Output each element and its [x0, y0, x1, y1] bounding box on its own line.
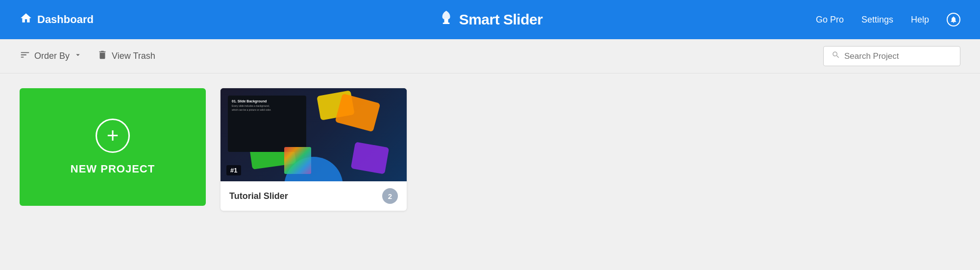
chevron-down-icon — [74, 50, 82, 62]
help-link[interactable]: Help — [911, 15, 929, 25]
go-pro-link[interactable]: Go Pro — [816, 15, 844, 25]
search-box[interactable] — [823, 46, 960, 66]
dashboard-label: Dashboard — [37, 13, 94, 26]
svg-rect-1 — [443, 23, 450, 24]
new-project-label: NEW PROJECT — [71, 163, 155, 175]
order-by-label: Order By — [34, 51, 70, 61]
thumb-inner: 01. Slide Background Every slide include… — [220, 88, 407, 181]
new-project-circle: + — [96, 119, 130, 153]
slider-count: 2 — [382, 188, 398, 204]
plus-icon: + — [107, 125, 119, 146]
slider-name: Tutorial Slider — [229, 191, 288, 201]
app-header: Dashboard Smart Slider Go Pro Settings H… — [0, 0, 980, 39]
thumb-shape-purple — [351, 142, 389, 174]
slider-thumbnail: 01. Slide Background Every slide include… — [220, 88, 407, 181]
view-trash-button[interactable]: View Trash — [97, 49, 155, 63]
app-logo: Smart Slider — [438, 9, 543, 30]
dashboard-nav[interactable]: Dashboard — [20, 12, 94, 27]
search-input[interactable] — [844, 51, 952, 61]
order-by-icon — [20, 49, 30, 63]
slide-badge: #1 — [226, 165, 241, 175]
new-project-card[interactable]: + NEW PROJECT — [20, 88, 206, 206]
thumb-screen-title: 01. Slide Background — [232, 99, 302, 103]
thumb-shape-orange — [335, 94, 381, 132]
home-icon — [20, 12, 32, 27]
toolbar: Order By View Trash — [0, 39, 980, 74]
settings-link[interactable]: Settings — [861, 15, 893, 25]
thumb-screen-text: Every slide includes a background,which … — [232, 104, 302, 112]
view-trash-label: View Trash — [112, 51, 155, 61]
trash-icon — [97, 49, 108, 63]
slider-card-footer: Tutorial Slider 2 — [220, 181, 407, 211]
logo-icon — [438, 9, 455, 30]
order-by-button[interactable]: Order By — [20, 49, 82, 63]
logo-text: Smart Slider — [459, 11, 543, 28]
slider-card[interactable]: 01. Slide Background Every slide include… — [220, 88, 407, 211]
notification-bell[interactable] — [947, 13, 960, 26]
search-icon — [832, 50, 840, 62]
project-grid: + NEW PROJECT 01. Slide Background Every… — [0, 74, 980, 225]
thumb-screen: 01. Slide Background Every slide include… — [228, 96, 306, 152]
header-nav: Go Pro Settings Help — [816, 13, 960, 26]
thumb-color-picker — [284, 147, 311, 174]
